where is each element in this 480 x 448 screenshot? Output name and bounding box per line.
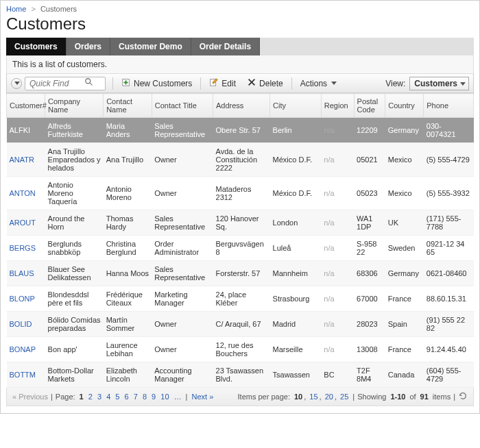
column-header[interactable]: Region xyxy=(321,94,354,118)
table-cell: ALFKI xyxy=(7,118,45,143)
table-row[interactable]: AROUTAround the HornThomas HardySales Re… xyxy=(7,210,474,236)
quickfind-input[interactable] xyxy=(28,78,84,89)
pager-page-link[interactable]: 7 xyxy=(134,393,138,401)
table-row[interactable]: BLONPBlondesddsl père et filsFrédérique … xyxy=(7,286,474,312)
customer-id-link[interactable]: BLONP xyxy=(10,295,35,303)
actions-dropdown[interactable]: Actions xyxy=(296,77,341,90)
pager-page-link[interactable]: 4 xyxy=(106,393,110,401)
table-cell: (171) 555-7788 xyxy=(424,210,474,236)
table-cell: Thomas Hardy xyxy=(104,210,152,236)
customer-id-link[interactable]: BOTTM xyxy=(10,371,36,379)
ipp-option[interactable]: 25 xyxy=(340,393,348,401)
ipp-option[interactable]: 15 xyxy=(309,393,317,401)
table-row[interactable]: BOLIDBólido Comidas preparadasMartín Som… xyxy=(7,312,474,337)
table-cell: Berglunds snabbköp xyxy=(45,236,104,261)
table-cell: n/a xyxy=(321,286,354,312)
tab-customer-demo[interactable]: Customer Demo xyxy=(110,38,191,55)
pager: « Previous | Page: 1 2 3 4 5 6 7 8 9 10 … xyxy=(6,388,474,406)
table-row[interactable]: BLAUSBlauer See DelikatessenHanna MoosSa… xyxy=(7,261,474,286)
pager-page-link[interactable]: 8 xyxy=(143,393,147,401)
pager-page-link[interactable]: 9 xyxy=(152,393,156,401)
items-per-page-label: Items per page: xyxy=(238,393,290,401)
view-select[interactable]: Customers xyxy=(409,77,469,90)
table-row[interactable]: BOTTMBottom-Dollar MarketsElizabeth Linc… xyxy=(7,362,474,388)
tab-orders[interactable]: Orders xyxy=(67,38,110,55)
edit-label: Edit xyxy=(221,79,236,88)
table-cell: 24, place Kléber xyxy=(213,286,270,312)
table-row[interactable]: ALFKIAlfreds FutterkisteMaria AndersSale… xyxy=(7,118,474,143)
customer-id-link[interactable]: ANTON xyxy=(10,189,36,197)
refresh-icon[interactable] xyxy=(458,391,468,402)
column-header[interactable]: Contact Name xyxy=(104,94,152,118)
new-customers-button[interactable]: New Customers xyxy=(117,76,196,90)
customer-id-link[interactable]: BOLID xyxy=(10,320,32,328)
table-cell: 030-0074321 xyxy=(424,118,474,143)
pager-page-link[interactable]: 3 xyxy=(97,393,101,401)
pager-page-link[interactable]: 2 xyxy=(88,393,93,401)
table-cell: n/a xyxy=(321,143,354,177)
column-header[interactable]: Customer# xyxy=(7,94,45,118)
table-cell: Mexico xyxy=(385,143,424,177)
table-cell: BONAP xyxy=(7,337,45,362)
svg-line-1 xyxy=(90,83,93,86)
table-cell: Owner xyxy=(152,312,213,337)
showing-label: Showing xyxy=(357,393,386,401)
table-cell: Marseille xyxy=(270,337,322,362)
table-cell: UK xyxy=(385,210,424,236)
customer-id-link[interactable]: AROUT xyxy=(10,219,36,227)
new-customers-label: New Customers xyxy=(134,79,192,88)
pager-previous[interactable]: « Previous xyxy=(12,393,48,401)
table-cell: Spain xyxy=(385,312,424,337)
table-cell: 05023 xyxy=(354,177,385,210)
column-header[interactable]: Contact Title xyxy=(152,94,213,118)
table-cell: BLAUS xyxy=(7,261,45,286)
table-cell: México D.F. xyxy=(270,177,322,210)
table-cell: 12209 xyxy=(354,118,385,143)
customer-id-link[interactable]: BLAUS xyxy=(10,269,34,277)
table-cell: Elizabeth Lincoln xyxy=(104,362,152,388)
table-cell: n/a xyxy=(321,337,354,362)
table-row[interactable]: ANTONAntonio Moreno TaqueríaAntonio More… xyxy=(7,177,474,210)
column-header[interactable]: Postal Code xyxy=(354,94,385,118)
page-title: Customers xyxy=(6,14,474,34)
tab-customers[interactable]: Customers xyxy=(6,38,67,55)
ipp-option[interactable]: 20 xyxy=(325,393,333,401)
column-header[interactable]: Company Name xyxy=(45,94,104,118)
column-header[interactable]: Address xyxy=(213,94,270,118)
pager-page-link[interactable]: 6 xyxy=(125,393,129,401)
column-header[interactable]: Phone xyxy=(424,94,474,118)
search-icon[interactable] xyxy=(84,77,94,89)
toolbar-separator xyxy=(291,77,292,90)
customer-id-link[interactable]: ANATR xyxy=(10,155,34,164)
table-cell: BC xyxy=(321,362,354,388)
column-header[interactable]: Country xyxy=(385,94,424,118)
table-cell: n/a xyxy=(321,118,354,143)
table-cell: 0621-08460 xyxy=(424,261,474,286)
chevron-down-icon xyxy=(331,82,337,85)
table-cell: Mataderos 2312 xyxy=(213,177,270,210)
table-row[interactable]: BONAPBon app'Laurence LebihanOwner12, ru… xyxy=(7,337,474,362)
pager-page-link[interactable]: 5 xyxy=(115,393,119,401)
tab-order-details[interactable]: Order Details xyxy=(191,38,260,55)
pager-page-link[interactable]: 10 xyxy=(160,393,169,401)
customer-id-link[interactable]: BONAP xyxy=(10,345,36,353)
pager-page-link[interactable]: … xyxy=(174,393,182,401)
table-cell: Sales Representative xyxy=(152,118,213,143)
table-row[interactable]: BERGSBerglunds snabbköpChristina Berglun… xyxy=(7,236,474,261)
column-header[interactable]: City xyxy=(270,94,322,118)
edit-button[interactable]: Edit xyxy=(205,76,240,90)
table-cell: Ana Trujillo xyxy=(104,143,152,177)
breadcrumb-home-link[interactable]: Home xyxy=(6,5,26,13)
filter-dropdown-button[interactable] xyxy=(11,78,22,89)
pager-next[interactable]: Next » xyxy=(191,393,213,401)
table-row[interactable]: ANATRAna Trujillo Emparedados y heladosA… xyxy=(7,143,474,177)
table-cell: BLONP xyxy=(7,286,45,312)
delete-button[interactable]: Delete xyxy=(243,76,287,90)
table-cell: 23 Tsawassen Blvd. xyxy=(213,362,270,388)
quickfind-container xyxy=(25,77,106,90)
table-cell: Madrid xyxy=(270,312,322,337)
table-cell: Obere Str. 57 xyxy=(213,118,270,143)
table-cell: 0921-12 34 65 xyxy=(424,236,474,261)
customer-id-link[interactable]: ALFKI xyxy=(10,126,31,134)
customer-id-link[interactable]: BERGS xyxy=(10,244,36,252)
